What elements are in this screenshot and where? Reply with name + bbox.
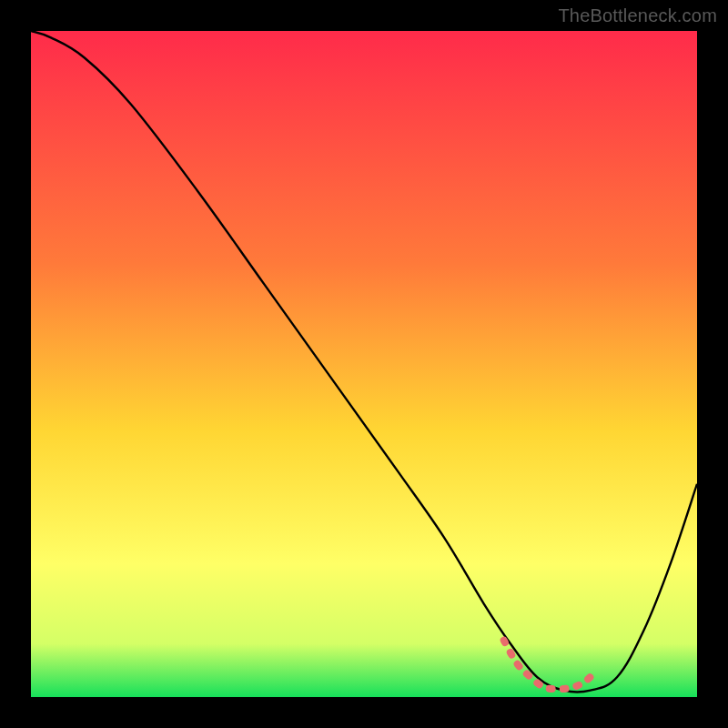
gradient-background — [31, 31, 697, 697]
plot-area — [31, 31, 697, 697]
credit-text: TheBottleneck.com — [558, 5, 717, 26]
chart-svg — [31, 31, 697, 697]
